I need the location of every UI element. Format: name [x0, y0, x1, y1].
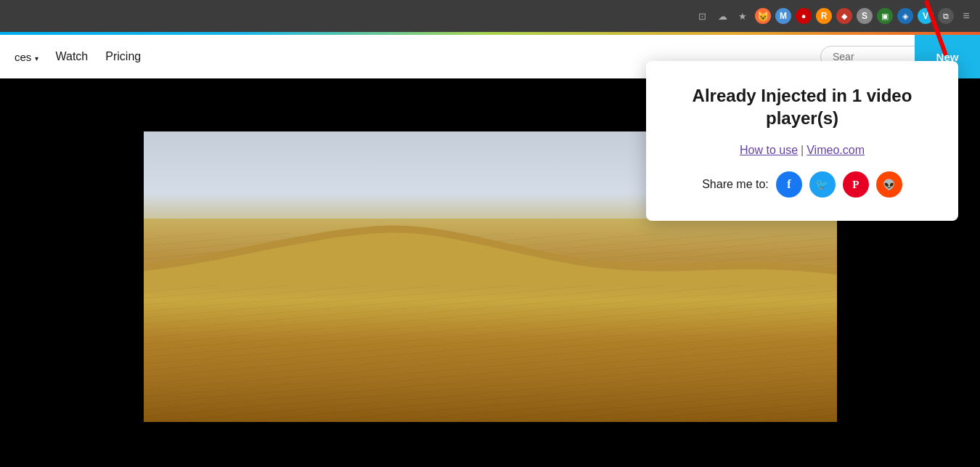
reddit-icon: 👽 [883, 179, 895, 190]
cast-icon[interactable]: ⊡ [694, 8, 710, 24]
popup-title: Already Injected in 1 video player(s) [672, 84, 932, 129]
popup-links: How to use | Vimeo.com [672, 144, 932, 157]
extension-square-icon[interactable]: ◈ [897, 8, 913, 24]
twitter-share-button[interactable]: 🐦 [809, 171, 836, 198]
extension-m-icon[interactable]: M [775, 8, 791, 24]
extensions-puzzle-icon[interactable]: ⧉ [938, 8, 954, 24]
extension-popup: Already Injected in 1 video player(s) Ho… [646, 61, 958, 221]
share-label: Share me to: [702, 178, 769, 191]
pinterest-icon: P [852, 179, 859, 191]
reddit-share-button[interactable]: 👽 [876, 171, 902, 198]
popup-separator: | [801, 144, 804, 157]
browser-menu-icon[interactable]: ≡ [958, 8, 974, 24]
nav-link-pricing[interactable]: Pricing [105, 50, 141, 63]
popup-share: Share me to: f 🐦 P 👽 [672, 171, 932, 198]
browser-chrome-bar: ⊡ ☁ ★ 😺 M ● R ◆ S ▣ ◈ V ⧉ ≡ [0, 0, 980, 32]
extension-avatar-icon[interactable]: 😺 [755, 8, 771, 24]
extension-reddit-icon[interactable]: R [816, 8, 832, 24]
dune-ridge-svg [144, 213, 837, 285]
how-to-use-link[interactable]: How to use [740, 144, 798, 157]
pinterest-share-button[interactable]: P [843, 171, 869, 198]
extension-s-icon[interactable]: S [857, 8, 873, 24]
nav-link-categories[interactable]: ces ▾ [15, 51, 38, 63]
webpage: ces ▾ Watch Pricing New Already Injected… [0, 32, 980, 467]
vimeo-link[interactable]: Vimeo.com [807, 144, 865, 157]
extension-grid-icon[interactable]: ▣ [877, 8, 893, 24]
nav-link-watch[interactable]: Watch [56, 50, 89, 63]
twitter-icon: 🐦 [815, 178, 829, 191]
facebook-share-button[interactable]: f [776, 171, 802, 198]
save-tab-icon[interactable]: ☁ [714, 8, 730, 24]
bookmark-icon[interactable]: ★ [735, 8, 751, 24]
extension-diamond-icon[interactable]: ◆ [836, 8, 852, 24]
extension-red-icon[interactable]: ● [796, 8, 812, 24]
facebook-icon: f [787, 178, 791, 191]
